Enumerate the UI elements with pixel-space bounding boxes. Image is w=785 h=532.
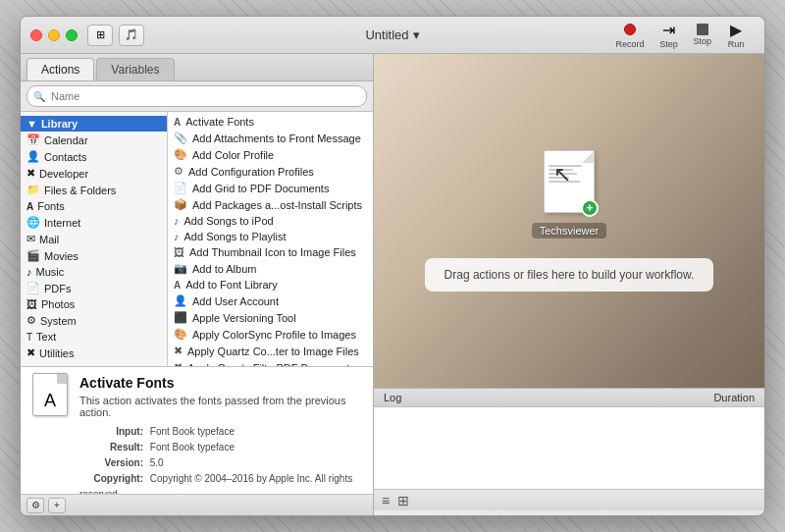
log-header: Log Duration — [374, 389, 764, 407]
info-version-row: Version: 5.0 — [79, 455, 363, 471]
action-add-songs-playlist[interactable]: ♪ Add Songs to Playlist — [168, 229, 373, 244]
tree-item-developer[interactable]: ✖ Developer — [21, 165, 167, 182]
search-bar: 🔍 — [21, 81, 373, 112]
right-bottom-toolbar: ≡ ⊞ — [374, 489, 764, 510]
tree-item-files[interactable]: 📁 Files & Folders — [21, 182, 167, 198]
action-icon: 📷 — [174, 262, 187, 275]
tabs: Actions Variables — [21, 54, 373, 81]
search-icon: 🔍 — [33, 91, 45, 102]
result-label: Result: — [79, 440, 143, 455]
info-meta: Input: Font Book typeface Result: Font B… — [79, 424, 363, 503]
media-button[interactable]: 🎵 — [119, 25, 144, 46]
left-bottom-toolbar: ⚙ + — [21, 494, 373, 515]
action-add-grid-pdf[interactable]: 📄 Add Grid to PDF Documents — [168, 180, 373, 196]
tree-item-calendar[interactable]: 📅 Calendar — [21, 132, 167, 148]
action-add-config[interactable]: ⚙ Add Configuration Profiles — [168, 163, 373, 180]
search-input[interactable] — [26, 85, 367, 107]
drag-hint: Drag actions or files here to build your… — [425, 258, 714, 292]
action-icon: A — [174, 280, 181, 291]
action-icon: 🖼 — [174, 246, 184, 258]
add-button[interactable]: + — [48, 498, 66, 513]
tree-item-mail[interactable]: ✉ Mail — [21, 231, 167, 247]
settings-button[interactable]: ⚙ — [26, 498, 44, 513]
titlebar-tools: Record ⇥ Step Stop ▶ Run — [609, 18, 764, 52]
action-icon: 📄 — [174, 182, 187, 194]
workflow-icon-container: ↖ + Techsviewer — [532, 150, 607, 239]
library-button[interactable]: ⊞ — [87, 25, 113, 46]
action-colorsync[interactable]: 🎨 Apply ColorSync Profile to Images — [168, 326, 373, 343]
tree-item-internet[interactable]: 🌐 Internet — [21, 214, 167, 231]
result-value: Font Book typeface — [150, 442, 235, 452]
close-button[interactable] — [30, 29, 42, 41]
step-label: Step — [659, 39, 678, 49]
copyright-label: Copyright: — [79, 471, 143, 487]
file-icon-symbol: A — [44, 391, 56, 411]
step-button[interactable]: ⇥ Step — [652, 18, 685, 52]
tree-item-contacts[interactable]: 👤 Contacts — [21, 148, 167, 165]
action-add-color-profile[interactable]: 🎨 Add Color Profile — [168, 146, 373, 163]
action-add-album[interactable]: 📷 Add to Album — [168, 260, 373, 277]
run-button[interactable]: ▶ Run — [719, 18, 753, 52]
traffic-lights — [21, 29, 78, 41]
action-quartz-counter[interactable]: ✖ Apply Quartz Co...ter to Image Files — [168, 343, 373, 359]
action-detail-icon: A — [30, 375, 70, 414]
main-window: ⊞ 🎵 Untitled ▾ Record ⇥ Step Stop — [20, 16, 765, 516]
action-activate-fonts[interactable]: A Activate Fonts — [168, 114, 373, 130]
action-icon: A — [174, 117, 181, 128]
list-view-button[interactable]: ≡ — [380, 493, 392, 508]
action-icon: 📎 — [174, 132, 187, 144]
action-icon: ✖ — [174, 345, 183, 357]
stop-icon — [697, 24, 708, 35]
tree-item-movies[interactable]: 🎬 Movies — [21, 247, 167, 264]
tree-item-utilities[interactable]: ✖ Utilities — [21, 345, 167, 361]
action-add-thumbnail[interactable]: 🖼 Add Thumbnail Icon to Image Files — [168, 244, 373, 260]
tree-item-music[interactable]: ♪ Music — [21, 264, 167, 280]
action-icon: 🎨 — [174, 148, 187, 161]
record-button[interactable]: Record — [609, 18, 650, 52]
tree-item-text[interactable]: T Text — [21, 329, 167, 345]
action-icon: 📦 — [174, 198, 187, 211]
window-title-area: Untitled ▾ — [365, 27, 419, 42]
version-value: 5.0 — [150, 457, 164, 468]
action-add-packages[interactable]: 📦 Add Packages a...ost-Install Scripts — [168, 196, 373, 213]
minimize-button[interactable] — [48, 29, 60, 41]
info-title: Activate Fonts — [79, 375, 363, 391]
tab-variables[interactable]: Variables — [96, 58, 174, 80]
info-text: Activate Fonts This action activates the… — [79, 375, 363, 486]
action-add-songs-ipod[interactable]: ♪ Add Songs to iPod — [168, 213, 373, 229]
title-dropdown-icon[interactable]: ▾ — [413, 27, 420, 42]
tree-item-photos[interactable]: 🖼 Photos — [21, 296, 167, 312]
workflow-area[interactable]: ↖ + Techsviewer Drag actions or files he… — [374, 54, 764, 388]
left-panel: Actions Variables 🔍 ▼ Library — [21, 54, 374, 515]
log-content — [374, 407, 764, 489]
action-quartz-filter[interactable]: ✖ Apply Quartz Filt...PDF Documents — [168, 359, 373, 366]
input-label: Input: — [79, 424, 143, 440]
grid-view-button[interactable]: ⊞ — [395, 493, 411, 508]
duration-label: Duration — [713, 392, 755, 403]
step-icon: ⇥ — [657, 21, 679, 38]
library-tree: ▼ Library 📅 Calendar 👤 Contacts ✖ Develo… — [21, 112, 168, 366]
tab-actions[interactable]: Actions — [26, 58, 94, 80]
run-label: Run — [728, 39, 745, 49]
run-icon: ▶ — [725, 21, 747, 38]
log-label: Log — [384, 392, 401, 403]
window-title: Untitled — [365, 27, 408, 42]
action-icon: ⬛ — [174, 311, 187, 324]
actions-list: A Activate Fonts 📎 Add Attachments to Fr… — [168, 112, 373, 366]
action-add-user[interactable]: 👤 Add User Account — [168, 293, 373, 309]
fullscreen-button[interactable] — [66, 29, 78, 41]
info-input-row: Input: Font Book typeface — [79, 424, 363, 440]
action-icon: ⚙ — [174, 165, 183, 178]
action-versioning[interactable]: ⬛ Apple Versioning Tool — [168, 309, 373, 326]
tree-item-pdfs[interactable]: 📄 PDFs — [21, 280, 167, 296]
tree-item-system[interactable]: ⚙ System — [21, 312, 167, 329]
action-add-font-library[interactable]: A Add to Font Library — [168, 277, 373, 293]
library-header[interactable]: ▼ Library — [21, 116, 167, 132]
main-content: Actions Variables 🔍 ▼ Library — [21, 54, 764, 515]
input-value: Font Book typeface — [150, 426, 235, 437]
stop-button[interactable]: Stop — [687, 21, 717, 49]
action-add-attachments[interactable]: 📎 Add Attachments to Front Message — [168, 130, 373, 146]
version-label: Version: — [79, 455, 143, 471]
stop-label: Stop — [693, 36, 711, 46]
tree-item-fonts[interactable]: A Fonts — [21, 198, 167, 214]
